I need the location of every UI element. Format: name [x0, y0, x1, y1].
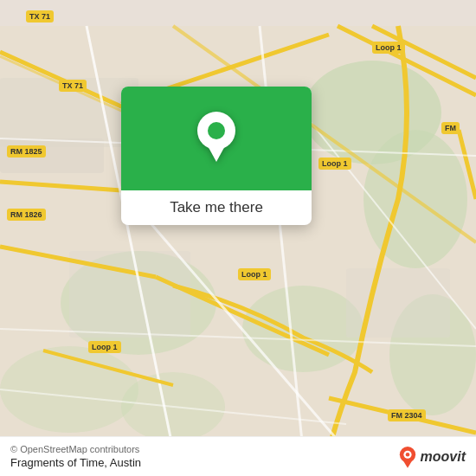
map-container: TX 71 TX 71 Loop 1 Loop 1 Loop 1 Loop 1 …	[0, 0, 476, 476]
road-label-fm-top: FM	[441, 122, 460, 134]
location-pin-icon	[194, 112, 239, 165]
moovit-text-label: moovit	[421, 449, 466, 465]
road-label-loop1-bottom: Loop 1	[88, 341, 121, 353]
moovit-logo: moovit	[398, 446, 466, 468]
road-label-tx71-top: TX 71	[26, 10, 54, 23]
attribution: © OpenStreetMap contributors	[10, 444, 141, 454]
popup-green-area	[121, 87, 312, 190]
svg-rect-11	[346, 268, 450, 338]
popup-card: Take me there	[121, 87, 312, 225]
bottom-bar: © OpenStreetMap contributors Fragments o…	[0, 436, 476, 476]
road-label-fm2304: FM 2304	[388, 409, 426, 421]
road-label-loop1-top: Loop 1	[372, 42, 405, 54]
road-label-rm1825: RM 1825	[7, 145, 46, 158]
road-label-tx71-mid: TX 71	[59, 80, 87, 92]
svg-point-33	[208, 122, 225, 139]
bottom-left-info: © OpenStreetMap contributors Fragments o…	[10, 444, 141, 469]
road-label-loop1-mid: Loop 1	[238, 268, 271, 280]
svg-marker-35	[402, 460, 412, 467]
svg-marker-32	[206, 143, 227, 162]
take-me-there-button[interactable]: Take me there	[121, 190, 312, 225]
road-label-rm1826: RM 1826	[7, 209, 46, 221]
road-label-loop1-right: Loop 1	[318, 158, 351, 170]
place-name: Fragments of Time, Austin	[10, 456, 141, 469]
svg-point-37	[405, 452, 409, 456]
map-svg	[0, 0, 476, 476]
moovit-pin-icon	[398, 446, 417, 468]
svg-point-3	[242, 286, 363, 372]
